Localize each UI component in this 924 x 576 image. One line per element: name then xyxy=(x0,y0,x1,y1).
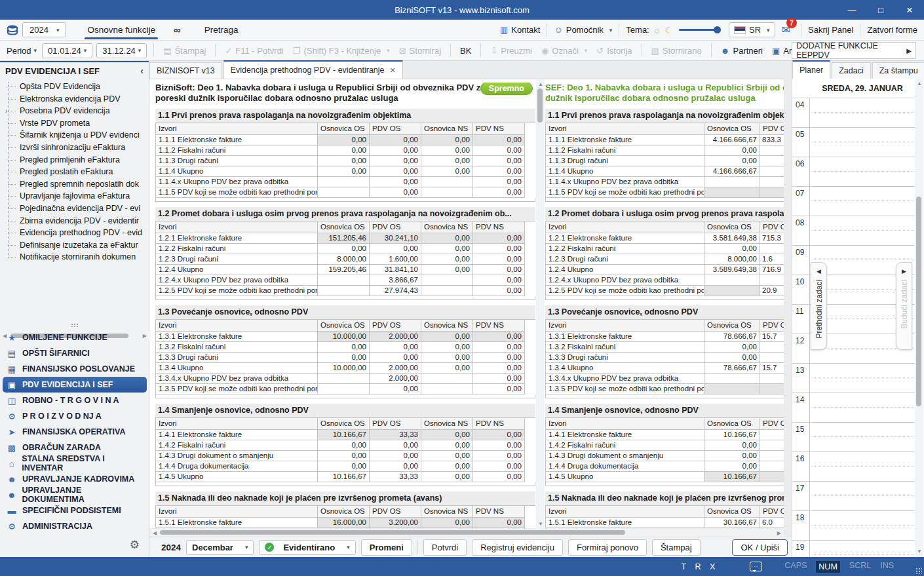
cell-value[interactable]: 0,00 xyxy=(421,472,473,482)
cell-value[interactable]: 0,00 xyxy=(421,135,473,145)
cell-value[interactable]: 10.166,67 xyxy=(318,472,370,482)
sun-icon[interactable]: ☼ xyxy=(653,24,662,35)
cell-value[interactable]: 0,00 xyxy=(473,233,525,244)
cell-value[interactable]: 0,00 xyxy=(421,451,473,461)
date-to-field[interactable]: 31.12.24 xyxy=(96,43,147,58)
left-panel-vscrollbar[interactable]: ▲ ▼ xyxy=(536,79,545,529)
moon-icon[interactable]: ☾ xyxy=(664,25,673,35)
hour-slot[interactable] xyxy=(810,452,915,481)
cell-value[interactable]: 0,00 xyxy=(421,461,473,472)
cell-value[interactable]: 0,00 xyxy=(318,145,370,156)
cell-value[interactable] xyxy=(318,275,370,286)
cell-value[interactable]: 0,00 xyxy=(473,332,525,342)
cell-value[interactable]: 0,00 xyxy=(704,156,760,166)
planner-tab-za-tampu[interactable]: Za štampu xyxy=(872,62,924,79)
f11-potvrdi-button[interactable]: ✓ F11 - Potvrdi xyxy=(222,44,286,58)
sidebar-tree-item[interactable]: Zbirna evidencija PDV - evidentir xyxy=(0,215,149,227)
partneri-button[interactable]: ☻ Partneri xyxy=(718,44,765,58)
cell-value[interactable]: 0,00 xyxy=(370,135,421,145)
cell-value[interactable]: 0,00 xyxy=(421,145,473,156)
planner-vscrollbar[interactable]: ▲ ▼ xyxy=(915,79,923,556)
main-hscrollbar[interactable]: ◀ ▶ xyxy=(149,529,784,537)
cell-value[interactable] xyxy=(704,275,760,286)
status-dropdown[interactable]: ✓ Evidentirano xyxy=(259,540,355,555)
table-row[interactable]: 1.3.2 Fiskalni računi0,000,000,000,00 xyxy=(156,342,535,353)
hour-slot[interactable] xyxy=(810,187,915,216)
close-tab-icon[interactable]: ✕ xyxy=(390,66,396,75)
prethodni-zadaci-tab[interactable]: ◀ Prethodni zadaci xyxy=(811,262,827,350)
table-row[interactable]: 1.1.4 Ukupno4.166.666,67 xyxy=(546,166,784,177)
feedback-bubble-icon[interactable]: ·· xyxy=(750,562,762,571)
table-row[interactable]: 1.3.3 Drugi računi0,00 xyxy=(546,353,784,363)
cell-value[interactable]: 715.3 xyxy=(760,233,784,244)
table-row[interactable]: 1.1.4 Ukupno0,000,000,000,00 xyxy=(156,166,535,177)
cell-value[interactable]: 0,00 xyxy=(421,254,473,265)
hour-slot[interactable] xyxy=(810,541,915,557)
cell-value[interactable]: 0,00 xyxy=(421,518,473,528)
hour-slot[interactable] xyxy=(810,157,915,186)
period-dropdown[interactable]: Period xyxy=(5,46,38,56)
cell-value[interactable]: 10.166,67 xyxy=(704,430,760,440)
scroll-up-icon[interactable]: ▲ xyxy=(917,81,922,86)
cell-value[interactable] xyxy=(760,166,784,177)
cell-value[interactable]: 0,00 xyxy=(704,244,760,254)
cell-value[interactable]: 0,00 xyxy=(473,177,525,187)
cell-value[interactable]: 0,00 xyxy=(421,166,473,177)
cell-value[interactable]: 0,00 xyxy=(473,451,525,461)
resize-grip[interactable] xyxy=(915,567,922,574)
cell-value[interactable] xyxy=(704,286,760,296)
sidebar-item-stalna-sredstva-i-inventar[interactable]: ⌂STALNA SREDSTVA I INVENTAR xyxy=(3,455,147,471)
table-row[interactable]: 1.1.4.x Ukupno PDV bez prava odbitka xyxy=(546,177,784,187)
cell-value[interactable]: 0,00 xyxy=(370,451,421,461)
cell-value[interactable]: 0,00 xyxy=(473,363,525,374)
table-row[interactable]: 1.3.4.x Ukupno PDV bez prava odbitka xyxy=(546,374,784,384)
table-row[interactable]: 1.1.1 Elektronske fakture4.166.666,67833… xyxy=(546,135,784,145)
cell-value[interactable]: 10.000,00 xyxy=(318,363,370,374)
minimize-button[interactable]: — xyxy=(837,0,866,20)
cell-value[interactable]: 0,00 xyxy=(473,518,525,528)
cell-value[interactable]: 0,00 xyxy=(704,353,760,363)
cell-value[interactable]: 16.000,00 xyxy=(318,518,370,528)
cell-value[interactable]: 8.000,00 xyxy=(704,254,760,265)
collapse-icon[interactable]: ‹ xyxy=(140,66,144,76)
sidebar-tree-item[interactable]: Definisanje izuzetaka za eFaktur xyxy=(0,239,149,252)
table-row[interactable]: 1.3.1 Elektronske fakture10.000,002.000,… xyxy=(156,332,535,342)
cell-value[interactable]: 31.841,10 xyxy=(370,265,421,275)
cell-value[interactable] xyxy=(760,244,784,254)
table-row[interactable]: 1.3.4 Ukupno10.000,002.000,000,000,00 xyxy=(156,363,535,374)
cell-value[interactable]: 33,33 xyxy=(370,430,421,440)
cell-value[interactable]: 716.9 xyxy=(760,265,784,275)
cell-value[interactable]: 0,00 xyxy=(473,135,525,145)
cell-value[interactable] xyxy=(421,374,473,384)
table-row[interactable]: 1.4.4 Druga dokumentacija0,000,000,000,0… xyxy=(156,461,535,472)
sidebar-tree-item[interactable]: Pregled primljenih eFaktura xyxy=(0,154,149,166)
cell-value[interactable]: 6.0 xyxy=(760,518,784,528)
table-row[interactable]: 1.4.2 Fiskalni računi0,000,000,000,00 xyxy=(156,440,535,451)
table-row[interactable]: 1.2.3 Drugi računi8.000,001.6 xyxy=(546,254,784,265)
sidebar-tree-item[interactable]: Šifarnik knjiženja u PDV evidenci xyxy=(0,129,149,142)
table-row[interactable]: 1.1.1 Elektronske fakture0,000,000,000,0… xyxy=(156,135,535,145)
dodatne-funkcije-panel[interactable]: DODATNE FUNKCIJE EEPPDV ▶ xyxy=(792,42,916,59)
cell-value[interactable]: 0,00 xyxy=(318,156,370,166)
cell-value[interactable] xyxy=(421,286,473,296)
cell-value[interactable]: 0,00 xyxy=(318,461,370,472)
cell-value[interactable]: 33,33 xyxy=(370,472,421,482)
planner-hour-row[interactable]: 16 xyxy=(792,451,915,481)
table-row[interactable]: 1.1.5 PDV koji se može odbiti kao pretho… xyxy=(156,187,535,198)
cell-value[interactable]: 3.200,00 xyxy=(370,518,421,528)
table-row[interactable]: 1.2.1 Elektronske fakture3.581.649,38715… xyxy=(546,233,784,244)
year-dropdown[interactable]: 2024 xyxy=(22,22,66,37)
cell-value[interactable] xyxy=(760,177,784,187)
planner-hour-row[interactable]: 17 xyxy=(792,481,915,510)
cell-value[interactable]: 15.7 xyxy=(760,363,784,374)
cell-value[interactable]: 0,00 xyxy=(421,440,473,451)
promeni-button[interactable]: Promeni xyxy=(361,539,412,556)
sidebar-tree-item[interactable]: Pregled poslatih eFaktura xyxy=(0,166,149,178)
scroll-right-icon[interactable]: ▶ xyxy=(777,530,781,536)
cell-value[interactable]: 0,00 xyxy=(473,265,525,275)
mail-button[interactable]: ✉ 7 xyxy=(782,24,794,36)
cell-value[interactable]: 0,00 xyxy=(370,384,421,394)
scrollbar-thumb[interactable] xyxy=(916,197,921,406)
sidebar-item-finansijsko-poslovanje[interactable]: ▦FINANSIJSKO POSLOVANJE xyxy=(3,361,147,377)
cell-value[interactable]: 15.7 xyxy=(760,332,784,342)
